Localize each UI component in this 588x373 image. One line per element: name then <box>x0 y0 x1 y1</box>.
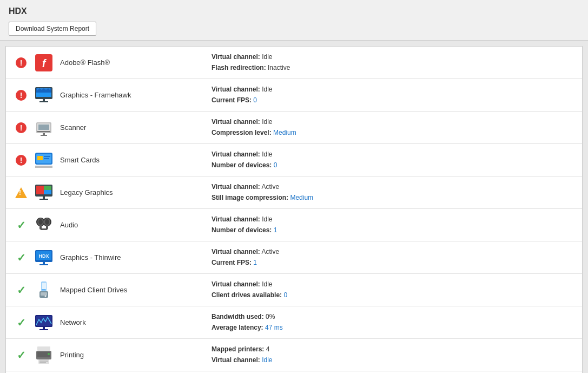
detail-line: Flash redirection: Inactive <box>212 63 573 73</box>
thinwire-icon: HDX <box>34 248 54 267</box>
error-icon: ! <box>15 57 28 68</box>
warning-icon <box>15 187 28 198</box>
row-label-network: Network <box>60 318 201 326</box>
detail-line: Virtual channel: Active <box>212 247 573 257</box>
table-row: ! Graphics - FramehawkVirtual channel: I… <box>6 79 582 112</box>
detail-line: Client drives available: 0 <box>212 290 573 300</box>
row-label-scanner: Scanner <box>60 123 201 132</box>
svg-rect-16 <box>37 156 43 160</box>
svg-rect-19 <box>35 166 52 168</box>
table-row: ! ScannerVirtual channel: IdleCompressio… <box>6 112 582 144</box>
row-details-legacy-graphics: Virtual channel: ActiveStill image compr… <box>201 182 573 202</box>
svg-rect-7 <box>39 101 48 102</box>
row-label-audio: Audio <box>60 221 201 229</box>
svg-rect-17 <box>44 156 50 157</box>
svg-point-34 <box>38 219 43 225</box>
svg-rect-43 <box>42 289 45 290</box>
row-details-graphics-framehawk: Virtual channel: IdleCurrent FPS: 0 <box>201 84 573 105</box>
legacy-icon <box>34 183 54 202</box>
row-details-adobe-flash: Virtual channel: IdleFlash redirection: … <box>201 52 573 73</box>
detail-line: Current FPS: 1 <box>212 258 573 268</box>
page-title: HDX <box>9 6 579 16</box>
svg-rect-25 <box>43 197 45 199</box>
row-label-adobe-flash: Adobe® Flash® <box>60 58 201 67</box>
table-row: ✓ HDX Graphics - ThinwireVirtual channel… <box>6 241 582 274</box>
svg-text:HDX: HDX <box>38 253 49 259</box>
detail-line: Bandwidth used: 0% <box>212 312 573 322</box>
svg-rect-45 <box>41 292 47 296</box>
detail-line: Number of devices: 1 <box>212 225 573 235</box>
detail-line: Virtual channel: Idle <box>212 214 573 225</box>
svg-rect-23 <box>44 186 51 190</box>
row-details-mapped-drives: Virtual channel: IdleClient drives avail… <box>201 279 573 300</box>
svg-rect-13 <box>41 135 47 136</box>
svg-rect-39 <box>43 262 45 264</box>
network-icon <box>34 313 54 332</box>
svg-rect-49 <box>43 327 45 329</box>
table-row: ✓ AudioVirtual channel: IdleNumber of de… <box>6 209 582 241</box>
row-details-graphics-thinwire: Virtual channel: ActiveCurrent FPS: 1 <box>201 247 573 267</box>
table-row: ✓ NetworkBandwidth used: 0%Average laten… <box>6 306 582 339</box>
svg-rect-18 <box>44 158 49 159</box>
row-label-printing: Printing <box>60 351 201 359</box>
svg-rect-31 <box>41 228 47 230</box>
row-details-smart-cards: Virtual channel: IdleNumber of devices: … <box>201 149 573 170</box>
row-label-smart-cards: Smart Cards <box>60 156 201 164</box>
drives-icon <box>34 280 54 300</box>
svg-point-46 <box>45 295 47 297</box>
check-icon: ✓ <box>15 316 28 329</box>
detail-line: Virtual channel: Idle <box>212 117 573 127</box>
svg-rect-50 <box>39 329 48 330</box>
detail-line: Virtual channel: Idle <box>212 355 573 365</box>
row-details-scanner: Virtual channel: IdleCompression level: … <box>201 117 573 138</box>
svg-rect-42 <box>42 283 46 289</box>
svg-rect-51 <box>37 346 50 351</box>
row-label-graphics-thinwire: Graphics - Thinwire <box>60 253 201 261</box>
audio-icon <box>34 215 54 235</box>
detail-line: Virtual channel: Idle <box>212 84 573 95</box>
check-icon: ✓ <box>15 349 28 362</box>
detail-line: Virtual channel: Idle <box>212 149 573 160</box>
scanner-icon <box>34 118 54 138</box>
detail-line: Virtual channel: Active <box>212 182 573 192</box>
smartcards-icon <box>34 150 54 170</box>
row-label-mapped-drives: Mapped Client Drives <box>60 286 201 294</box>
page-header: HDX Download System Report <box>0 0 588 41</box>
svg-point-35 <box>45 219 49 225</box>
row-label-legacy-graphics: Legacy Graphics <box>60 188 201 197</box>
detail-line: Compression level: Medium <box>212 128 573 138</box>
detail-line: Current FPS: 0 <box>212 95 573 106</box>
error-icon: ! <box>15 90 28 101</box>
download-report-button[interactable]: Download System Report <box>9 22 96 36</box>
printing-icon <box>34 345 54 365</box>
svg-rect-10 <box>38 125 49 130</box>
framehawk-icon <box>34 86 54 105</box>
detail-line: Virtual channel: Idle <box>212 52 573 62</box>
check-icon: ✓ <box>15 251 28 264</box>
row-label-graphics-framehawk: Graphics - Framehawk <box>60 91 201 99</box>
check-icon: ✓ <box>15 284 28 297</box>
svg-rect-55 <box>39 361 48 362</box>
detail-line: Number of devices: 0 <box>212 160 573 171</box>
error-icon: ! <box>15 122 28 133</box>
row-details-audio: Virtual channel: IdleNumber of devices: … <box>201 214 573 235</box>
table-row: ✓ PrintingMapped printers: 4Virtual chan… <box>6 339 582 371</box>
svg-point-57 <box>48 353 50 355</box>
table-row: ! Smart CardsVirtual channel: IdleNumber… <box>6 144 582 176</box>
svg-rect-22 <box>36 186 44 194</box>
table-row: Legacy GraphicsVirtual channel: ActiveSt… <box>6 176 582 209</box>
svg-rect-24 <box>44 190 51 194</box>
detail-line: Average latency: 47 ms <box>212 323 573 333</box>
check-icon: ✓ <box>15 219 28 232</box>
detail-line: Mapped printers: 4 <box>212 344 573 355</box>
table-row: ✓ Mapped Client DrivesVirtual channel: I… <box>6 274 582 306</box>
detail-line: Still image compression: Medium <box>212 193 573 203</box>
main-content: ! f Adobe® Flash®Virtual channel: IdleFl… <box>5 46 583 373</box>
svg-rect-11 <box>37 131 50 132</box>
row-details-network: Bandwidth used: 0%Average latency: 47 ms <box>201 312 573 332</box>
flash-icon: f <box>34 53 54 73</box>
svg-rect-56 <box>39 362 46 363</box>
detail-line: Virtual channel: Idle <box>212 279 573 290</box>
row-details-printing: Mapped printers: 4Virtual channel: Idle <box>201 344 573 365</box>
error-icon: ! <box>15 155 28 166</box>
